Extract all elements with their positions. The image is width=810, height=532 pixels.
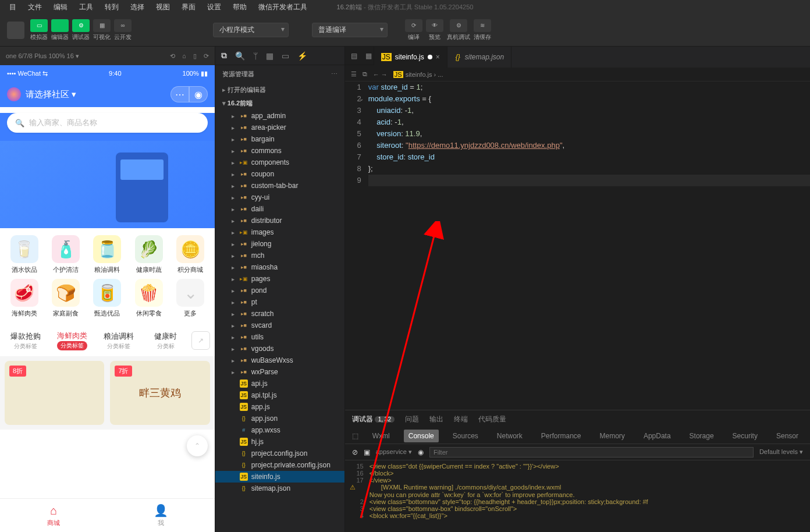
outline-icon[interactable]: ☰ [351,70,357,78]
clear-icon[interactable]: ⊘ [352,448,358,456]
code-editor[interactable]: 123456789 var store_id = 1;⌄module.expor… [345,81,810,410]
product-tab[interactable]: 健康时分类标 [145,331,187,350]
home-icon[interactable]: ⌂ [182,52,186,60]
filter-icon[interactable]: ▦ [365,52,372,60]
build-icon[interactable]: ▭ [282,51,289,61]
menu-item[interactable]: 视图 [151,1,175,13]
tree-item[interactable]: ▸▸■coupon [215,168,344,180]
eye-icon[interactable]: ◉ [418,448,424,456]
tree-item[interactable]: ▸▸■vgoods [215,343,344,354]
debug-tab[interactable]: 问题 [405,414,419,424]
toolbar-button[interactable]: ▭模拟器 [30,19,48,41]
devtools-tab[interactable]: Performance [537,430,586,442]
tree-item[interactable]: ▸▸■miaosha [215,261,344,273]
tree-item[interactable]: ▸▸■pt [215,296,344,308]
tree-item[interactable]: ▸▸■wxParse [215,366,344,378]
tree-item[interactable]: ▸▸■daili [215,203,344,215]
close-icon[interactable]: × [436,53,440,61]
files-icon[interactable]: ⧉ [221,51,227,61]
category-item[interactable]: 🪙积分商城 [170,235,209,274]
tree-item[interactable]: JSapi.js [215,378,344,389]
tree-item[interactable]: {}sitemap.json [215,483,344,494]
tree-item[interactable]: #app.wxss [215,424,344,436]
phone-icon[interactable]: ▯ [193,52,197,60]
debug-tab[interactable]: 代码质量 [478,414,506,424]
search-icon[interactable]: 🔍 [235,51,245,61]
menu-item[interactable]: 转到 [100,1,123,13]
banner[interactable] [0,141,215,228]
category-item[interactable]: 🧴个护清洁 [46,235,85,274]
devtools-tab[interactable]: Wxml [368,430,395,442]
tree-item[interactable]: ▸▸■area-picker [215,122,344,133]
category-item[interactable]: 🍞家庭副食 [46,279,85,318]
tree-item[interactable]: ▸▸■bargain [215,133,344,145]
toolbar-button[interactable]: ⟳编译 [405,19,422,41]
tree-item[interactable]: ▸▸■jielong [215,238,344,250]
devtools-tab[interactable]: Network [492,430,527,442]
context-selector[interactable]: appservice ▾ [376,448,412,456]
device-selector[interactable]: one 6/7/8 Plus 100% 16 ▾ [6,52,79,60]
debug-tab[interactable]: 终端 [454,414,468,424]
toolbar-button[interactable]: ≋清缓存 [474,19,491,41]
menu-item[interactable]: 目 [5,1,21,13]
devtools-tab[interactable]: Sources [448,430,483,442]
tree-item[interactable]: ▸▸■svcard [215,320,344,331]
devtools-tab[interactable]: Security [728,430,762,442]
more-icon[interactable]: ⋯ [331,70,338,78]
share-button[interactable]: ↗ [191,331,210,350]
split-icon[interactable]: ▤ [351,52,357,60]
levels-selector[interactable]: Default levels ▾ [759,448,803,456]
menu-item[interactable]: 选择 [126,1,149,13]
menu-item[interactable]: 编辑 [49,1,72,13]
tree-item[interactable]: ▸▸■mch [215,250,344,261]
compile-dropdown[interactable]: 普通编译 [312,23,388,37]
top-icon[interactable]: ▣ [364,448,370,456]
tree-item[interactable]: ▸▸▣pages [215,273,344,285]
menu-item[interactable]: 帮助 [228,1,251,13]
category-item[interactable]: 🥬健康时蔬 [129,235,168,274]
menu-icon[interactable]: ⋯ [170,86,189,102]
tree-item[interactable]: ▸▸■utils [215,331,344,343]
plug-icon[interactable]: ⚡ [297,51,307,61]
product-tab[interactable]: 爆款抢购分类标签 [5,331,47,350]
project-root[interactable]: 16.2前端 [215,97,344,110]
tree-item[interactable]: JSsiteinfo.js [215,471,344,483]
toolbar-button[interactable]: ▦可视化 [93,19,111,41]
category-item[interactable]: 🥛酒水饮品 [5,235,44,274]
toolbar-button[interactable]: ∞云开发 [114,19,132,41]
tree-item[interactable]: JSapi.tpl.js [215,389,344,401]
tree-item[interactable]: {}app.json [215,413,344,424]
devtools-tab[interactable]: Memory [595,430,630,442]
product-card[interactable]: 7折畔三黄鸡 [110,361,209,425]
toolbar-button[interactable]: ⚙真机调试 [447,19,470,41]
rotate-icon[interactable]: ⟳ [204,52,209,60]
extension-icon[interactable]: ▦ [266,51,273,61]
open-editors-section[interactable]: 打开的编辑器 [215,83,344,97]
devtools-tab[interactable]: AppData [639,430,676,442]
console-output[interactable]: 15 <view class="dot {{swiperCurrent == i… [345,460,810,532]
tree-item[interactable]: ▸▸▣images [215,226,344,238]
devtools-tab[interactable]: Sensor [772,430,803,442]
back-icon[interactable]: ← [373,71,379,78]
editor-tab[interactable]: JSsiteinfo.js× [374,47,447,68]
toolbar-button[interactable]: ⚙调试器 [72,19,90,41]
tree-item[interactable]: ▸▸■pond [215,285,344,296]
menu-item[interactable]: 设置 [202,1,226,13]
menu-item[interactable]: 界面 [177,1,200,13]
category-item[interactable]: ⌄更多 [170,279,209,318]
debug-tab[interactable]: 调试器1, 32 [352,414,395,424]
menu-item[interactable]: 微信开发者工具 [254,1,312,13]
tabbar-item[interactable]: ⌂商城 [0,499,107,532]
devtools-tab[interactable]: Console [404,430,439,442]
community-selector[interactable]: 请选择社区 ▾ [26,89,76,100]
tabbar-item[interactable]: 👤我 [107,499,214,532]
toolbar-button[interactable]: 编辑器 [51,19,69,41]
tree-item[interactable]: JShj.js [215,436,344,448]
mode-dropdown[interactable]: 小程序模式 [213,23,289,37]
tree-item[interactable]: ▸▸▣components [215,157,344,168]
category-item[interactable]: 🥩海鲜肉类 [5,279,44,318]
branch-icon[interactable]: ᛘ [253,51,258,61]
scroll-top-button[interactable]: ⌃ [187,435,208,456]
product-tab[interactable]: 粮油调料分类标签 [98,331,140,350]
tree-item[interactable]: ▸▸■commons [215,145,344,157]
